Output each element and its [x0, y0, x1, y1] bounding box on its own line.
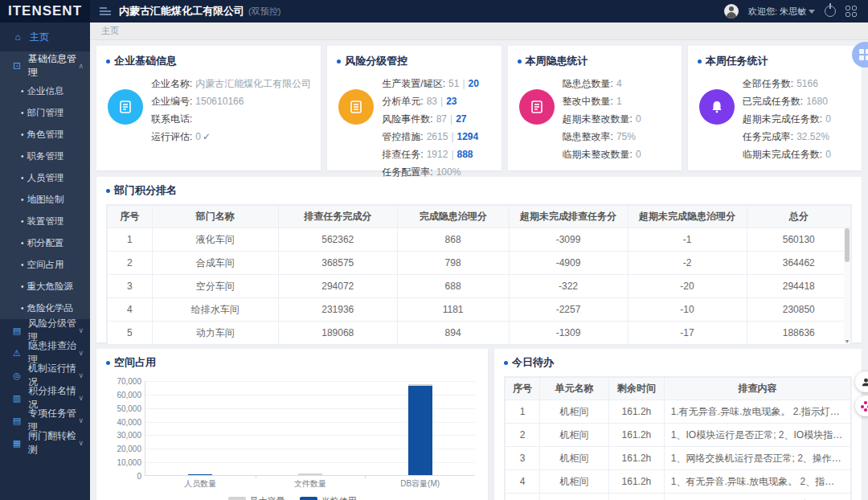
chevron-down-icon: ∨ [78, 394, 84, 402]
sidebar-subitem-10[interactable]: •危险化学品 [0, 297, 90, 319]
card-stat-row: 任务完成率:32.52% [743, 128, 852, 145]
card-stat-row: 隐患总数量:4 [563, 75, 672, 92]
bullet-icon: • [21, 152, 24, 161]
sidebar-group-0[interactable]: ▤风险分级管理∨ [0, 319, 90, 342]
main-area: 主页 企业基础信息 企业名称:内蒙古汇能煤化工有限公司企业编号:15061016… [90, 23, 868, 500]
group-icon: ▤ [11, 416, 23, 426]
bullet-icon: • [21, 282, 24, 291]
menu-collapse-icon[interactable] [100, 7, 111, 15]
sidebar-group-1[interactable]: ⚠隐患排查治理∨ [0, 342, 90, 364]
table-row[interactable]: 5动力车间189068894-1309-17188636 [108, 322, 851, 345]
apps-grid-icon[interactable] [845, 6, 857, 17]
legend-当前使用[interactable]: 当前使用 [300, 495, 357, 500]
sidebar-subitem-0[interactable]: •企业信息 [0, 80, 90, 102]
table-row[interactable]: 3机柜间161.2h1、网络交换机运行是否正常; 2、操作员电脑网络连接是否正常… [506, 447, 851, 470]
legend-最大容量[interactable]: 最大容量 [228, 495, 285, 500]
card-stat-row: 分析单元:83|23 [382, 92, 491, 110]
card-title: 企业基础信息 [114, 54, 177, 68]
sidebar-group-5[interactable]: ▦闸门翻转检测∨ [0, 432, 90, 454]
bullet-icon: • [21, 217, 24, 226]
scroll-down-arrow[interactable]: ▼ [844, 338, 850, 344]
sidebar-group-label: 基础信息管理 [28, 52, 79, 80]
bullet-icon: • [21, 174, 24, 182]
tab-bar: 主页 [90, 23, 868, 40]
sidebar-item-home[interactable]: ⌂ 主页 [0, 23, 90, 51]
bar-当前使用[interactable] [408, 386, 432, 475]
chevron-down-icon: ∨ [78, 439, 84, 447]
card-stat-row: 超期未完成任务数:0 [743, 110, 852, 128]
sidebar-subitem-7[interactable]: •积分配置 [0, 232, 90, 254]
card-stat-row: 已完成任务数:1680 [743, 92, 852, 110]
sidebar-subitem-9[interactable]: •重大危险源 [0, 276, 90, 297]
table-row[interactable]: 4给排水车间2319361181-2257-10230850 [108, 298, 851, 322]
table-row[interactable]: 2机柜间161.2h1、IO模块运行是否正常; 2、IO模块指示灯是否显示正常;… [506, 424, 851, 447]
table-row[interactable]: 5机柜间161.2h1、机柜UPS供电正常 2、UPS主机运行正常 [506, 494, 851, 500]
sidebar-subitem-3[interactable]: •职务管理 [0, 145, 90, 167]
bullet-icon [337, 59, 341, 64]
bullet-icon [698, 59, 702, 64]
card-stat-row: 全部任务数:5166 [743, 75, 852, 92]
bullet-icon [106, 361, 110, 365]
share-icon [861, 401, 868, 411]
sidebar-subitem-5[interactable]: •地图绘制 [0, 189, 90, 211]
space-usage-panel: 空间占用 010,00020,00030,00040,00050,00060,0… [96, 349, 488, 500]
welcome-user-menu[interactable]: 欢迎您: 朱思敏 [748, 6, 815, 18]
checklist-icon [519, 89, 555, 125]
sidebar-group-basic-info[interactable]: ⊡ 基础信息管理 ∧ [0, 51, 90, 80]
card-stat-row: 企业名称:内蒙古汇能煤化工有限公司 [151, 75, 311, 92]
bar-最大容量[interactable] [298, 473, 322, 475]
card-stat-row: 运行评估:0✓ [151, 128, 311, 145]
card-stat-row: 管控措施:2615|1294 [382, 128, 491, 145]
sidebar-subitem-8[interactable]: •空间占用 [0, 254, 90, 276]
logout-power-icon[interactable] [825, 6, 836, 17]
sidebar-submenu: •企业信息•部门管理•角色管理•职务管理•人员管理•地图绘制•装置管理•积分配置… [0, 80, 90, 319]
card-title: 本周隐患统计 [526, 54, 588, 68]
sidebar-group-4[interactable]: ▤专项任务管理∨ [0, 409, 90, 432]
sidebar-subitem-6[interactable]: •装置管理 [0, 211, 90, 232]
tab-home[interactable]: 主页 [101, 25, 119, 37]
card-stat-row: 风险事件数:87|27 [382, 110, 491, 128]
card-stat-row: 整改中数量:1 [563, 92, 672, 110]
sidebar-group-2[interactable]: ◎机制运行情况∨ [0, 364, 90, 387]
bar-当前使用[interactable] [188, 474, 212, 476]
sidebar-subitem-1[interactable]: •部门管理 [0, 102, 90, 124]
check-icon: ✓ [203, 131, 211, 142]
group-icon: ▤ [11, 326, 23, 336]
card-stat-row: 隐患整改率:75% [563, 128, 672, 145]
chevron-down-icon: ∨ [78, 326, 84, 334]
table-row[interactable]: 1液化车间562362868-3099-1560130 [108, 228, 851, 252]
bullet-icon: • [21, 109, 24, 117]
sidebar-group-3[interactable]: ▥积分排名情况∨ [0, 387, 90, 409]
dept-ranking-table: 序号部门名称排查任务完成分完成隐患治理分超期未完成排查任务分超期未完成隐患治理分… [107, 205, 851, 345]
table-row[interactable]: 4机柜间161.2h1、有无异音.异味.放电现象。 2、指示灯均正常。 3、供电… [506, 470, 851, 494]
space-usage-chart: 010,00020,00030,00040,00050,00060,00070,… [106, 381, 478, 500]
bullet-icon: • [21, 239, 24, 248]
sidebar-home-label: 主页 [30, 31, 49, 44]
welcome-text: 欢迎您: 朱思敏 [748, 6, 806, 16]
grid-icon [859, 49, 868, 60]
bullet-icon: • [21, 260, 24, 269]
table-row[interactable]: 1机柜间161.2h1.有无异音.异味.放电现象。 2.指示灯均正常。 3.各参… [506, 400, 851, 424]
bullet-icon [504, 361, 508, 365]
card-stat-row: 临期未整改数量:0 [563, 145, 672, 163]
card-stat-row: 临期未完成任务数:0 [743, 145, 852, 163]
stat-cards-row: 企业基础信息 企业名称:内蒙古汇能煤化工有限公司企业编号:150610166联系… [96, 46, 862, 170]
card-title: 本周任务统计 [706, 54, 768, 68]
todo-panel-title: 今日待办 [512, 355, 554, 370]
bullet-icon: • [21, 195, 24, 204]
chart-panel-title: 空间占用 [114, 355, 156, 370]
bullet-icon [106, 59, 110, 64]
user-avatar[interactable] [724, 4, 739, 18]
chevron-down-icon [809, 10, 815, 14]
card-weekly-tasks: 本周任务统计 全部任务数:5166已完成任务数:1680超期未完成任务数:0任务… [688, 46, 862, 170]
sidebar-subitem-4[interactable]: •人员管理 [0, 167, 90, 189]
group-icon: ▦ [11, 438, 23, 449]
table-row[interactable]: 3空分车间294072688-322-20294418 [108, 275, 851, 298]
dept-ranking-panel: 部门积分排名 序号部门名称排查任务完成分完成隐患治理分超期未完成排查任务分超期未… [96, 177, 862, 342]
table-scrollbar[interactable]: ▼ [844, 228, 850, 344]
table-row[interactable]: 2合成车间368575798-4909-2364462 [108, 252, 851, 275]
card-stat-row: 联系电话: [151, 110, 311, 128]
sidebar-subitem-2[interactable]: •角色管理 [0, 124, 90, 145]
bullet-icon: • [21, 130, 24, 139]
home-icon: ⌂ [11, 31, 24, 43]
